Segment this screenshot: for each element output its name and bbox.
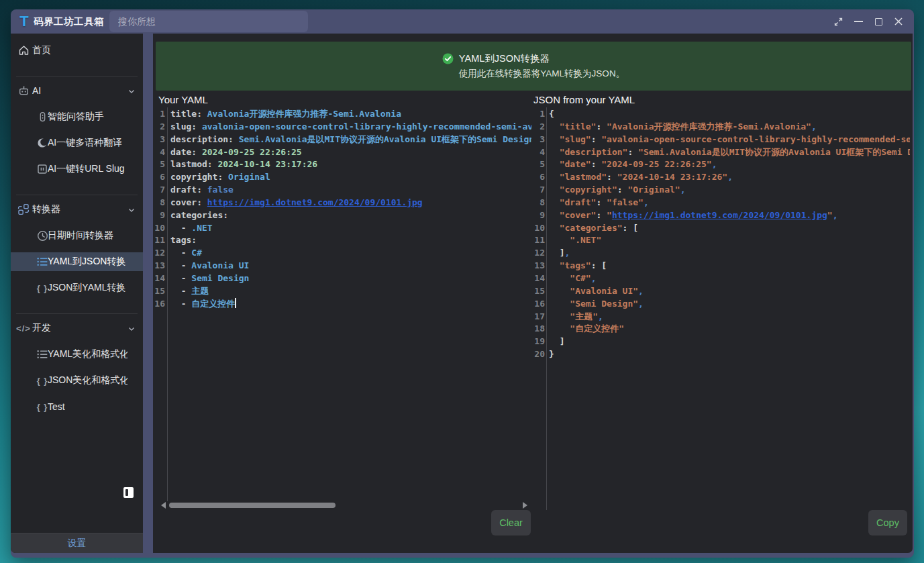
line-number: 3 [540,134,545,146]
line-number: 13 [154,260,165,272]
line-number: 15 [534,285,545,298]
code-line: categories: [170,209,531,222]
line-number: 11 [154,234,165,247]
app-title: 码界工坊工具箱 [34,15,104,28]
close-button[interactable] [888,11,909,32]
line-number: 10 [534,222,545,235]
code-line: draft: false [170,184,531,197]
code-line: - C# [170,247,531,260]
settings-link[interactable]: 设置 [68,538,87,550]
sidebar-footer: 设置 [11,533,143,553]
line-number: 12 [154,247,165,260]
sidebar-item-label: AI [32,85,41,96]
check-circle-icon [442,53,454,64]
fullscreen-button[interactable] [828,11,848,32]
robot-icon [17,85,30,97]
code-line: slug: avalonia-open-source-control-libra… [170,121,531,134]
yaml-input[interactable]: title: Avalonia开源控件库强力推荐-Semi.Avaloniasl… [170,108,531,311]
code-line: - Avalonia UI [170,260,531,272]
chevron-down-icon [127,324,136,335]
code-line: - 自定义控件 [170,298,531,311]
line-number: 9 [160,209,165,222]
sidebar-item-AI一键转URL Slug[interactable]: AI一键转URL Slug [11,160,143,178]
sidebar-item-label: YAML美化和格式化 [48,348,127,360]
scroll-left-arrow[interactable] [161,502,166,509]
clear-button[interactable]: Clear [491,510,531,535]
line-number: 5 [540,158,545,171]
banner-subtitle: 使用此在线转换器将YAML转换为JSON。 [459,68,625,80]
line-number: 2 [160,121,165,134]
line-number: 1 [160,108,165,121]
home-icon [17,45,30,56]
json-panel-header: JSON from your YAML [533,94,635,105]
code-line: "date": "2024-09-25 22:26:25", [549,158,910,171]
code-line: title: Avalonia开源控件库强力推荐-Semi.Avalonia [170,108,531,121]
code-line: "tags": [ [549,260,910,272]
copy-button[interactable]: Copy [868,510,907,535]
horizontal-scrollbar-thumb[interactable] [169,503,336,508]
code-line: copyright: Original [170,171,531,184]
code-line: description: Semi.Avalonia是以MIT协议开源的Aval… [170,134,531,146]
sidebar-item-label: 首页 [32,44,51,56]
code-line: "cover": "https://img1.dotnet9.com/2024/… [549,209,910,222]
sidebar-item-label: 开发 [32,322,51,334]
braces-icon: { } [36,402,49,412]
translate-icon [36,138,49,148]
text-cursor [235,298,236,308]
sidebar-item-label: 智能问答助手 [48,111,104,123]
list-icon [36,350,49,359]
sidebar-item-label: 转换器 [32,203,60,215]
json-output[interactable]: { "title": "Avalonia开源控件库强力推荐-Semi.Avalo… [549,108,910,361]
sidebar-item-label: JSON美化和格式化 [48,374,127,387]
code-line: { [549,108,910,121]
yaml-line-numbers: 12345678910111213141516 [156,108,165,311]
slug-icon [36,164,49,174]
code-line: "copyright": "Original", [549,184,910,197]
sidebar-item-label: YAML到JSON转换 [48,256,125,268]
sidebar-group-开发[interactable]: </>开发 [11,319,143,338]
sidebar-item-智能问答助手[interactable]: 智能问答助手 [11,107,143,126]
minimize-button[interactable] [848,11,868,32]
maximize-button[interactable] [868,11,888,32]
code-line: - 主题 [170,285,531,298]
code-icon: </> [17,323,30,334]
line-number: 6 [160,171,165,184]
code-line: date: 2024-09-25 22:26:25 [170,146,531,159]
line-number: 6 [540,171,545,184]
sidebar-item-首页[interactable]: 首页 [11,41,143,60]
sidebar-divider [16,195,138,195]
sidebar-item-日期时间转换器[interactable]: 日期时间转换器 [11,226,143,245]
line-number: 12 [534,247,545,260]
sidebar-item-YAML到JSON转换[interactable]: YAML到JSON转换 [11,252,143,271]
search-input[interactable] [109,11,308,32]
main-content: YAML到JSON转换器 使用此在线转换器将YAML转换为JSON。 Your … [153,34,913,553]
sidebar-divider [16,313,138,314]
sidebar-item-JSON美化和格式化[interactable]: { }JSON美化和格式化 [11,371,143,390]
sidebar-item-label: Test [48,401,65,412]
line-number: 1 [540,108,545,121]
line-number: 4 [540,146,545,159]
sidebar-item-Test[interactable]: { }Test [11,397,143,416]
code-line: "description": "Semi.Avalonia是以MIT协议开源的A… [549,146,910,159]
sidebar-group-AI[interactable]: AI [11,81,143,100]
json-gutter-divider [546,107,547,510]
code-line: ], [549,247,910,260]
sidebar-item-JSON到YAML转换[interactable]: { }JSON到YAML转换 [11,278,143,297]
code-line: "Avalonia UI", [549,285,910,298]
collapse-sidebar-button[interactable] [123,487,134,498]
sidebar-item-YAML美化和格式化[interactable]: YAML美化和格式化 [11,345,143,364]
code-line: lastmod: 2024-10-14 23:17:26 [170,158,531,171]
code-line: "title": "Avalonia开源控件库强力推荐-Semi.Avaloni… [549,121,910,134]
scroll-right-arrow[interactable] [523,502,527,509]
code-line: "主题", [549,311,910,323]
line-number: 19 [534,336,545,348]
yaml-gutter-divider [167,107,168,501]
sidebar-group-转换器[interactable]: 转换器 [11,200,143,219]
sidebar-item-AI一键多语种翻译[interactable]: AI一键多语种翻译 [11,134,143,152]
app-window: T 码界工坊工具箱 首页AI智能问答助手AI一键多语种翻译AI一键转URL Sl… [11,9,914,558]
code-line: - .NET [170,222,531,235]
code-line: cover: https://img1.dotnet9.com/2024/09/… [170,197,531,209]
line-number: 9 [540,209,545,222]
code-line: "slug": "avalonia-open-source-control-li… [549,134,910,146]
line-number: 17 [534,311,545,323]
